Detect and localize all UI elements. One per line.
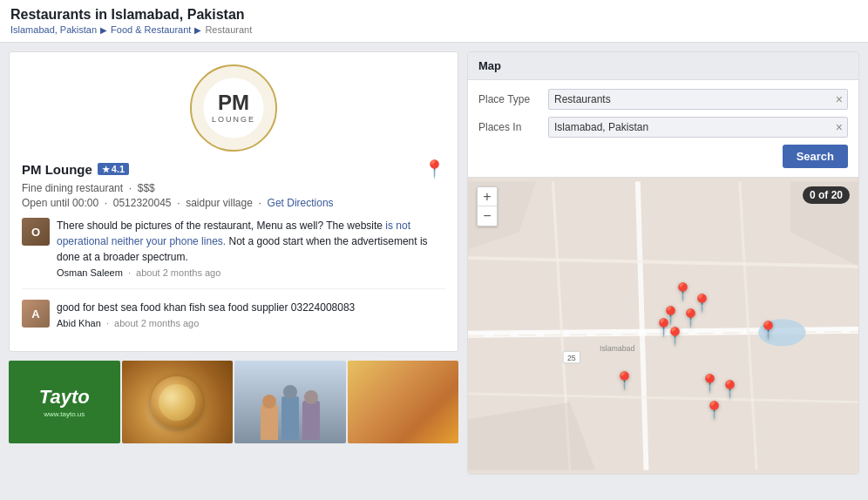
place-type-input[interactable] [548, 89, 848, 110]
review-time-2: about 2 months ago [114, 318, 199, 328]
breadcrumb-sep-1: ▶ [100, 25, 107, 35]
left-panel: PM LOUNGE PM Lounge ★ 4.1 📍 Fine dining … [9, 51, 458, 443]
location-pin-icon[interactable]: 📍 [424, 159, 445, 179]
star-icon: ★ [102, 165, 110, 174]
reviewer-avatar-2: A [22, 300, 50, 328]
breadcrumb-subcategory: Restaurant [205, 24, 252, 35]
map-panel: Map Place Type × Places In × Search [467, 51, 859, 475]
zoom-out-button[interactable]: − [478, 206, 497, 226]
business-type: Fine dining restaurant · $$$ [22, 182, 445, 194]
breadcrumb-city[interactable]: Islamabad, Pakistan [10, 24, 97, 35]
svg-text:25: 25 [567, 354, 576, 362]
map-pin-11: 📍 [703, 400, 725, 421]
review-content-2: good for best sea food khan fish sea foo… [57, 300, 355, 328]
review-meta-2: Abid Khan · about 2 months ago [57, 318, 355, 328]
review-text-2: good for best sea food khan fish sea foo… [57, 300, 355, 315]
photo-tayto[interactable]: Tayto www.tayto.us [9, 361, 120, 443]
breadcrumb-category[interactable]: Food & Restaurant [111, 24, 191, 35]
places-in-label: Places In [478, 121, 548, 133]
map-pin-8: 📍 [614, 370, 635, 391]
reviewer-avatar-1: O [22, 218, 50, 246]
photo-strip: Tayto www.tayto.us [9, 361, 458, 443]
map-controls: Place Type × Places In × Search [468, 80, 858, 178]
photo-food[interactable] [348, 361, 459, 443]
tayto-sub: www.tayto.us [44, 410, 85, 418]
review-time-1: about 2 months ago [136, 267, 220, 278]
place-type-label: Place Type [478, 93, 548, 105]
map-pin-6: 📍 [664, 326, 686, 347]
phone-text: 0512320045 [113, 197, 172, 209]
map-pin-9: 📍 [699, 373, 721, 394]
places-in-input-wrap: × [548, 117, 848, 138]
review-text-1: There should be pictures of the restaura… [57, 218, 445, 265]
places-in-input[interactable] [548, 117, 848, 138]
breadcrumb: Islamabad, Pakistan ▶ Food & Restaurant … [10, 24, 858, 35]
search-btn-row: Search [478, 145, 848, 168]
business-name-row: PM Lounge ★ 4.1 📍 [22, 159, 445, 179]
listing-card: PM LOUNGE PM Lounge ★ 4.1 📍 Fine dining … [9, 51, 458, 352]
main-layout: PM LOUNGE PM Lounge ★ 4.1 📍 Fine dining … [0, 43, 868, 483]
zoom-in-button[interactable]: + [478, 187, 497, 206]
rating-value: 4.1 [112, 164, 125, 174]
place-type-clear-icon[interactable]: × [836, 93, 843, 105]
place-type-input-wrap: × [548, 89, 848, 110]
svg-text:Islamabad: Islamabad [600, 344, 635, 353]
review-1: O There should be pictures of the restau… [22, 218, 445, 289]
directions-link[interactable]: Get Directions [268, 197, 334, 209]
price-text: $$$ [138, 182, 155, 194]
reviewer-name-2: Abid Khan [57, 318, 101, 328]
logo-wreath [192, 66, 275, 150]
page-title: Restaurants in Islamabad, Pakistan [10, 7, 858, 23]
map-header: Map [468, 52, 858, 80]
business-logo: PM LOUNGE [22, 64, 445, 152]
review-content-1: There should be pictures of the restaura… [57, 218, 445, 278]
zoom-controls: + − [477, 186, 498, 226]
hours-text: Open until 00:00 [22, 197, 98, 209]
places-in-clear-icon[interactable]: × [836, 121, 843, 133]
map-pin-7: 📍 [757, 320, 779, 341]
business-info: Open until 00:00 · 0512320045 · saidpur … [22, 197, 445, 209]
photo-people[interactable] [234, 361, 346, 443]
business-name-text[interactable]: PM Lounge [22, 162, 92, 177]
map-counter: 0 of 20 [803, 186, 850, 204]
map-area: Islamabad 25 + − 0 of 20 📍 📍 📍 [468, 178, 858, 474]
photo-bread[interactable] [122, 361, 234, 443]
logo-circle: PM LOUNGE [190, 64, 277, 152]
review-meta-1: Osman Saleem · about 2 months ago [57, 267, 445, 278]
place-type-row: Place Type × [478, 89, 848, 110]
location-text: saidpur village [186, 197, 253, 209]
page-header: Restaurants in Islamabad, Pakistan Islam… [0, 0, 868, 43]
search-button[interactable]: Search [783, 145, 848, 168]
places-in-row: Places In × [478, 117, 848, 138]
business-name: PM Lounge ★ 4.1 [22, 162, 129, 177]
breadcrumb-sep-2: ▶ [194, 25, 201, 35]
reviewer-name-1: Osman Saleem [57, 267, 123, 278]
map-pin-10: 📍 [719, 379, 741, 400]
map-pin-1: 📍 [672, 281, 694, 302]
tayto-logo: Tayto [39, 386, 90, 409]
rating-badge: ★ 4.1 [98, 163, 129, 175]
review-2: A good for best sea food khan fish sea f… [22, 300, 445, 339]
category-text: Fine dining restaurant [22, 182, 123, 194]
